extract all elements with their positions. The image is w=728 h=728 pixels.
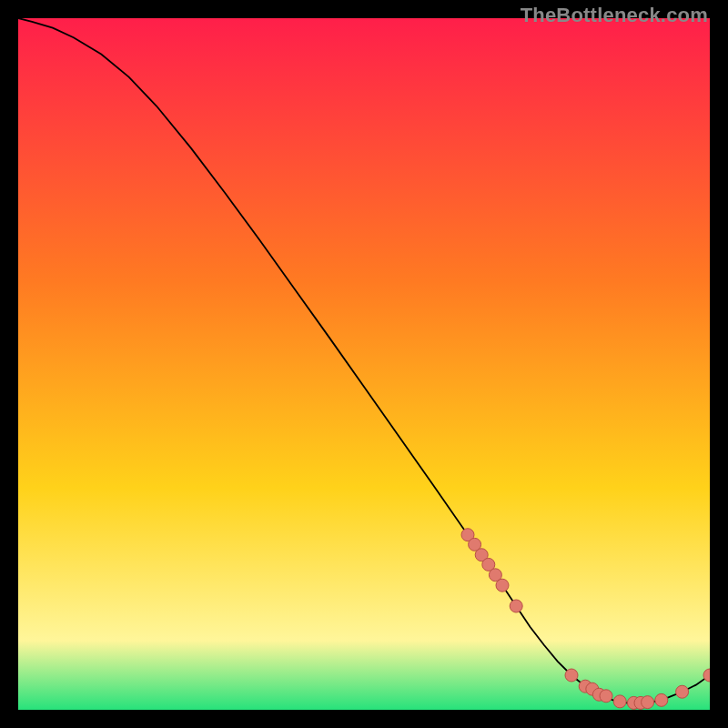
data-marker bbox=[676, 685, 689, 698]
plot-area bbox=[18, 18, 710, 710]
data-marker bbox=[496, 579, 509, 592]
data-marker bbox=[510, 600, 522, 612]
chart-container: TheBottleneck.com bbox=[0, 0, 728, 728]
bottleneck-curve bbox=[18, 18, 710, 703]
attribution-text: TheBottleneck.com bbox=[521, 4, 708, 27]
data-marker bbox=[642, 696, 654, 709]
data-marker bbox=[655, 693, 668, 706]
data-marker bbox=[613, 695, 626, 708]
data-marker bbox=[600, 690, 612, 703]
curve-overlay bbox=[18, 18, 710, 710]
data-marker bbox=[565, 669, 578, 682]
data-markers bbox=[461, 529, 710, 710]
